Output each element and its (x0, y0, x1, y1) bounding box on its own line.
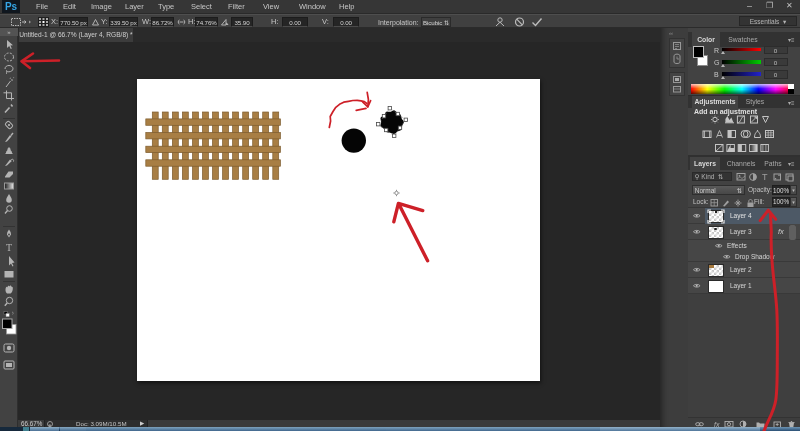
svg-text:T: T (6, 242, 12, 253)
svg-text:T: T (762, 172, 768, 182)
